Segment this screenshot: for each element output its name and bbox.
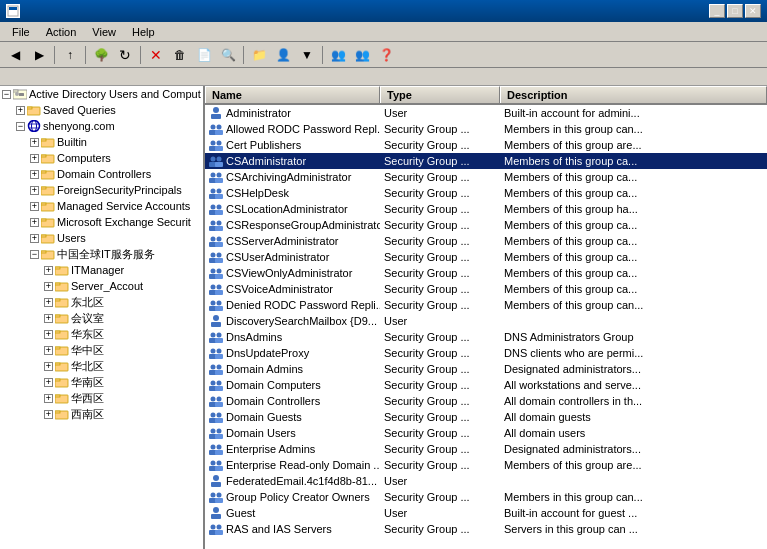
- tree-item-huazhong[interactable]: +华中区: [0, 342, 203, 358]
- list-row[interactable]: Domain Computers Security Group ... All …: [205, 377, 767, 393]
- expander-huazhong[interactable]: +: [44, 346, 53, 355]
- tree-item-itmanager[interactable]: +ITManager: [0, 262, 203, 278]
- list-row[interactable]: CSViewOnlyAdministrator Security Group .…: [205, 265, 767, 281]
- expander-users[interactable]: +: [30, 234, 39, 243]
- tree-item-fsp[interactable]: +ForeignSecurityPrincipals: [0, 182, 203, 198]
- list-row[interactable]: Group Policy Creator Owners Security Gro…: [205, 489, 767, 505]
- tree-item-builtin[interactable]: +Builtin: [0, 134, 203, 150]
- list-row[interactable]: Cert Publishers Security Group ... Membe…: [205, 137, 767, 153]
- delete-button[interactable]: 🗑: [169, 45, 191, 65]
- menu-action[interactable]: Action: [38, 24, 85, 40]
- col-desc[interactable]: Description: [500, 86, 767, 103]
- menu-help[interactable]: Help: [124, 24, 163, 40]
- list-row[interactable]: DnsAdmins Security Group ... DNS Adminis…: [205, 329, 767, 345]
- col-type[interactable]: Type: [380, 86, 500, 103]
- list-row[interactable]: Domain Guests Security Group ... All dom…: [205, 409, 767, 425]
- list-panel[interactable]: Name Type Description Administrator User…: [205, 86, 767, 549]
- expander-fsp[interactable]: +: [30, 186, 39, 195]
- properties-button[interactable]: 📄: [193, 45, 215, 65]
- col-name[interactable]: Name: [205, 86, 380, 103]
- tree-item-msexch[interactable]: +Microsoft Exchange Securit: [0, 214, 203, 230]
- list-row[interactable]: CSServerAdministrator Security Group ...…: [205, 233, 767, 249]
- expander-xinxi[interactable]: +: [44, 410, 53, 419]
- list-row[interactable]: CSUserAdministrator Security Group ... M…: [205, 249, 767, 265]
- tree-item-huanan[interactable]: +华南区: [0, 374, 203, 390]
- tree-item-shenyong[interactable]: −shenyong.com: [0, 118, 203, 134]
- back-button[interactable]: ◀: [4, 45, 26, 65]
- tree-item-dongbei[interactable]: +东北区: [0, 294, 203, 310]
- expander-itmanager[interactable]: +: [44, 266, 53, 275]
- menu-file[interactable]: File: [4, 24, 38, 40]
- add-members[interactable]: 👥: [327, 45, 349, 65]
- tree-item-huadong[interactable]: +华东区: [0, 326, 203, 342]
- refresh-button[interactable]: ↻: [114, 45, 136, 65]
- forward-button[interactable]: ▶: [28, 45, 50, 65]
- expander-root[interactable]: −: [2, 90, 11, 99]
- list-row[interactable]: RAS and IAS Servers Security Group ... S…: [205, 521, 767, 537]
- list-row[interactable]: Guest User Built-in account for guest ..…: [205, 505, 767, 521]
- expander-msa[interactable]: +: [30, 202, 39, 211]
- expander-huaxi[interactable]: +: [44, 394, 53, 403]
- tree-item-users[interactable]: +Users: [0, 230, 203, 246]
- list-row[interactable]: Domain Controllers Security Group ... Al…: [205, 393, 767, 409]
- move-to-button[interactable]: 📁: [248, 45, 270, 65]
- delegate-button[interactable]: 👤: [272, 45, 294, 65]
- tree-item-huabei[interactable]: +华北区: [0, 358, 203, 374]
- list-row[interactable]: DnsUpdateProxy Security Group ... DNS cl…: [205, 345, 767, 361]
- list-row[interactable]: Administrator User Built-in account for …: [205, 105, 767, 121]
- expander-saved[interactable]: +: [16, 106, 25, 115]
- window-controls[interactable]: _ □ ✕: [709, 4, 761, 18]
- tree-panel[interactable]: −Active Directory Users and Comput+Saved…: [0, 86, 205, 549]
- tree-item-msa[interactable]: +Managed Service Accounts: [0, 198, 203, 214]
- list-row[interactable]: CSResponseGroupAdministrator Security Gr…: [205, 217, 767, 233]
- expander-china[interactable]: −: [30, 250, 39, 259]
- tree-item-computers[interactable]: +Computers: [0, 150, 203, 166]
- list-row[interactable]: CSLocationAdministrator Security Group .…: [205, 201, 767, 217]
- folder-icon-dongbei: [55, 296, 69, 308]
- list-row[interactable]: Denied RODC Password Repli... Security G…: [205, 297, 767, 313]
- tree-item-dc[interactable]: +Domain Controllers: [0, 166, 203, 182]
- new-button[interactable]: ✕: [145, 45, 167, 65]
- tree-item-saved[interactable]: +Saved Queries: [0, 102, 203, 118]
- list-row[interactable]: Enterprise Read-only Domain ... Security…: [205, 457, 767, 473]
- tree-item-china[interactable]: −中国全球IT服务服务: [0, 246, 203, 262]
- expander-dongbei[interactable]: +: [44, 298, 53, 307]
- close-button[interactable]: ✕: [745, 4, 761, 18]
- expander-serveraccout[interactable]: +: [44, 282, 53, 291]
- find-button[interactable]: 🔍: [217, 45, 239, 65]
- list-row[interactable]: CSAdministrator Security Group ... Membe…: [205, 153, 767, 169]
- list-row[interactable]: CSVoiceAdministrator Security Group ... …: [205, 281, 767, 297]
- expander-builtin[interactable]: +: [30, 138, 39, 147]
- remove-members[interactable]: 👥: [351, 45, 373, 65]
- expander-huadong[interactable]: +: [44, 330, 53, 339]
- menu-view[interactable]: View: [84, 24, 124, 40]
- list-row[interactable]: Enterprise Admins Security Group ... Des…: [205, 441, 767, 457]
- show-hide-tree[interactable]: 🌳: [90, 45, 112, 65]
- list-row[interactable]: Domain Users Security Group ... All doma…: [205, 425, 767, 441]
- user-icon: [209, 506, 223, 520]
- list-row[interactable]: DiscoverySearchMailbox {D9... User: [205, 313, 767, 329]
- expander-dc[interactable]: +: [30, 170, 39, 179]
- tree-item-huaxi[interactable]: +华西区: [0, 390, 203, 406]
- list-row[interactable]: CSArchivingAdministrator Security Group …: [205, 169, 767, 185]
- cell-type: Security Group ...: [380, 329, 500, 345]
- tree-item-huiyishi[interactable]: +会议室: [0, 310, 203, 326]
- filter-button[interactable]: ▼: [296, 45, 318, 65]
- expander-huabei[interactable]: +: [44, 362, 53, 371]
- list-row[interactable]: CSHelpDesk Security Group ... Members of…: [205, 185, 767, 201]
- list-row[interactable]: Allowed RODC Password Repl... Security G…: [205, 121, 767, 137]
- list-row[interactable]: FederatedEmail.4c1f4d8b-81... User: [205, 473, 767, 489]
- tree-item-root[interactable]: −Active Directory Users and Comput: [0, 86, 203, 102]
- expander-msexch[interactable]: +: [30, 218, 39, 227]
- expander-huanan[interactable]: +: [44, 378, 53, 387]
- expander-huiyishi[interactable]: +: [44, 314, 53, 323]
- up-button[interactable]: ↑: [59, 45, 81, 65]
- help-button[interactable]: ❓: [375, 45, 397, 65]
- expander-computers[interactable]: +: [30, 154, 39, 163]
- minimize-button[interactable]: _: [709, 4, 725, 18]
- tree-item-serveraccout[interactable]: +Server_Accout: [0, 278, 203, 294]
- tree-item-xinxi[interactable]: +西南区: [0, 406, 203, 422]
- expander-shenyong[interactable]: −: [16, 122, 25, 131]
- list-row[interactable]: Domain Admins Security Group ... Designa…: [205, 361, 767, 377]
- maximize-button[interactable]: □: [727, 4, 743, 18]
